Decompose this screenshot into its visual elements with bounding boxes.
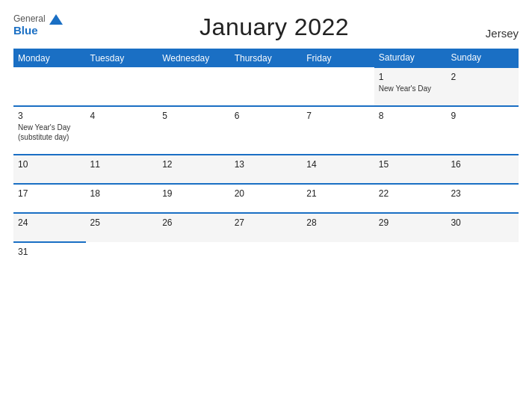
- logo-blue-text: Blue: [13, 25, 38, 37]
- calendar-cell: 10: [13, 155, 86, 184]
- calendar-cell: 13: [230, 155, 303, 184]
- col-tuesday: Tuesday: [86, 49, 158, 67]
- logo-flag-icon: [49, 14, 63, 25]
- day-number: 21: [306, 188, 370, 199]
- header-row: Monday Tuesday Wednesday Thursday Friday…: [13, 49, 519, 67]
- location-label: Jersey: [486, 27, 519, 41]
- logo: General Blue: [13, 13, 63, 37]
- calendar-cell: 4: [86, 106, 158, 155]
- calendar-cell: [158, 67, 230, 106]
- calendar-cell: [446, 242, 519, 271]
- calendar-cell: 8: [374, 106, 447, 155]
- calendar-cell: 31: [13, 242, 86, 271]
- calendar-table: Monday Tuesday Wednesday Thursday Friday…: [13, 49, 519, 271]
- day-number: 3: [18, 111, 81, 121]
- day-number: 14: [306, 159, 370, 170]
- day-number: 17: [18, 188, 81, 199]
- day-number: 30: [451, 217, 514, 228]
- day-number: 1: [379, 72, 442, 82]
- calendar-cell: 30: [446, 213, 519, 242]
- day-number: 12: [162, 159, 226, 170]
- calendar-cell: 29: [374, 213, 447, 242]
- day-number: 20: [235, 188, 298, 199]
- calendar-cell: 6: [230, 106, 303, 155]
- col-wednesday: Wednesday: [158, 49, 230, 67]
- calendar-week-4: 17181920212223: [13, 184, 519, 213]
- col-monday: Monday: [13, 49, 86, 67]
- day-number: 26: [162, 217, 226, 228]
- calendar-cell: 9: [446, 106, 519, 155]
- calendar-cell: [13, 67, 86, 106]
- calendar-cell: [158, 242, 230, 271]
- calendar-cell: 26: [158, 213, 230, 242]
- header: General Blue January 2022 Jersey: [13, 13, 519, 41]
- calendar-page: General Blue January 2022 Jersey Monday …: [0, 0, 532, 411]
- col-thursday: Thursday: [230, 49, 303, 67]
- day-number: 31: [18, 247, 81, 257]
- day-number: 5: [162, 111, 226, 121]
- logo-top: General: [13, 13, 63, 25]
- calendar-cell: 18: [86, 184, 158, 213]
- svg-marker-0: [49, 14, 63, 25]
- calendar-cell: 17: [13, 184, 86, 213]
- day-number: 23: [451, 188, 514, 199]
- calendar-cell: 20: [230, 184, 303, 213]
- day-event: New Year's Day(substitute day): [18, 123, 81, 142]
- calendar-cell: [374, 242, 447, 271]
- day-number: 28: [306, 217, 370, 228]
- calendar-week-3: 10111213141516: [13, 155, 519, 184]
- day-number: 15: [379, 159, 442, 170]
- calendar-cell: 2: [446, 67, 519, 106]
- calendar-cell: 23: [446, 184, 519, 213]
- calendar-body: 1New Year's Day23New Year's Day(substitu…: [13, 67, 519, 271]
- calendar-cell: 15: [374, 155, 447, 184]
- day-number: 18: [90, 188, 154, 199]
- calendar-week-1: 1New Year's Day2: [13, 67, 519, 106]
- day-number: 8: [379, 111, 442, 121]
- day-number: 9: [451, 111, 514, 121]
- calendar-week-5: 24252627282930: [13, 213, 519, 242]
- day-number: 22: [379, 188, 442, 199]
- day-number: 4: [90, 111, 154, 121]
- calendar-cell: 5: [158, 106, 230, 155]
- calendar-cell: [230, 67, 303, 106]
- day-number: 29: [379, 217, 442, 228]
- calendar-cell: 14: [302, 155, 374, 184]
- day-number: 13: [235, 159, 298, 170]
- calendar-cell: 16: [446, 155, 519, 184]
- calendar-cell: [86, 67, 158, 106]
- day-number: 27: [235, 217, 298, 228]
- day-number: 2: [451, 72, 514, 82]
- calendar-cell: [230, 242, 303, 271]
- day-number: 19: [162, 188, 226, 199]
- calendar-cell: 19: [158, 184, 230, 213]
- calendar-cell: 28: [302, 213, 374, 242]
- col-sunday: Sunday: [446, 49, 519, 67]
- calendar-cell: [86, 242, 158, 271]
- calendar-cell: 7: [302, 106, 374, 155]
- calendar-cell: 25: [86, 213, 158, 242]
- day-number: 16: [451, 159, 514, 170]
- day-number: 10: [18, 159, 81, 170]
- calendar-title: January 2022: [63, 13, 485, 41]
- calendar-cell: [302, 67, 374, 106]
- calendar-cell: 22: [374, 184, 447, 213]
- calendar-cell: 1New Year's Day: [374, 67, 447, 106]
- calendar-header: Monday Tuesday Wednesday Thursday Friday…: [13, 49, 519, 67]
- day-number: 7: [306, 111, 370, 121]
- calendar-cell: 27: [230, 213, 303, 242]
- calendar-cell: 24: [13, 213, 86, 242]
- col-friday: Friday: [302, 49, 374, 67]
- calendar-title-area: January 2022: [63, 13, 485, 41]
- day-number: 25: [90, 217, 154, 228]
- calendar-cell: [302, 242, 374, 271]
- calendar-cell: 11: [86, 155, 158, 184]
- calendar-week-2: 3New Year's Day(substitute day)456789: [13, 106, 519, 155]
- col-saturday: Saturday: [374, 49, 447, 67]
- calendar-cell: 3New Year's Day(substitute day): [13, 106, 86, 155]
- calendar-week-6: 31: [13, 242, 519, 271]
- calendar-cell: 12: [158, 155, 230, 184]
- logo-general-text: General: [13, 13, 46, 24]
- calendar-cell: 21: [302, 184, 374, 213]
- day-number: 24: [18, 217, 81, 228]
